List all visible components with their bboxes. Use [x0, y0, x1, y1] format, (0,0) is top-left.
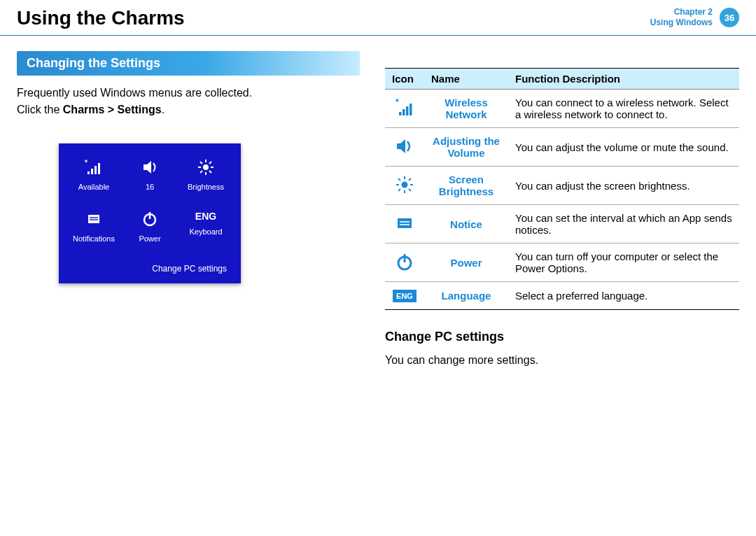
svg-text:*: *: [85, 159, 88, 167]
wifi-signal-icon: *: [393, 99, 416, 117]
svg-line-32: [409, 189, 411, 191]
svg-marker-25: [397, 139, 405, 153]
language-code-icon: ENG: [179, 211, 232, 222]
page-number-badge: 36: [720, 8, 739, 27]
svg-rect-24: [410, 104, 412, 115]
charms-settings-path: Charms > Settings: [63, 104, 162, 115]
tile-power[interactable]: Power: [123, 211, 176, 243]
brightness-icon: [195, 159, 216, 176]
table-row: Power You can turn off your computer or …: [385, 244, 739, 282]
notifications-icon: [83, 211, 104, 227]
svg-rect-35: [398, 218, 412, 228]
th-desc: Function Description: [508, 69, 739, 90]
intro-text-1: Frequently used Windows menus are collec…: [17, 85, 360, 101]
svg-line-31: [398, 178, 400, 181]
svg-rect-1: [88, 171, 90, 174]
svg-point-26: [402, 181, 408, 188]
chapter-line-2: Using Windows: [650, 17, 713, 28]
page-header: Using the Charms Chapter 2 Using Windows…: [0, 0, 756, 36]
svg-line-13: [209, 162, 211, 164]
desc-cell: You can turn off your computer or select…: [508, 244, 739, 282]
chapter-line-1: Chapter 2: [650, 7, 713, 17]
table-row: Screen Brightness You can adjust the scr…: [385, 167, 739, 205]
desc-cell: You can adjust the screen brightness.: [508, 167, 739, 205]
change-pc-settings-link[interactable]: Change PC settings: [67, 264, 232, 274]
intro-text-2: Click the Charms > Settings.: [17, 102, 360, 118]
tile-wifi[interactable]: * Available: [67, 159, 120, 191]
section-heading: Changing the Settings: [17, 51, 360, 76]
svg-line-34: [398, 189, 400, 191]
svg-line-33: [409, 178, 411, 181]
tile-keyboard[interactable]: ENG Keyboard: [179, 211, 232, 243]
subsection-text: You can change more settings.: [385, 353, 739, 368]
svg-rect-15: [88, 215, 99, 223]
tile-volume[interactable]: 16: [123, 159, 176, 191]
desc-cell: Select a preferred language.: [508, 282, 739, 310]
subsection-heading: Change PC settings: [385, 330, 739, 344]
svg-rect-22: [402, 109, 405, 115]
tile-notifications[interactable]: Notifications: [67, 211, 120, 243]
svg-marker-5: [144, 161, 151, 174]
chapter-indicator: Chapter 2 Using Windows 36: [650, 7, 739, 28]
power-icon: [139, 211, 160, 227]
svg-rect-21: [399, 112, 402, 115]
svg-text:*: *: [396, 99, 399, 107]
svg-line-12: [209, 171, 211, 173]
wifi-signal-icon: *: [83, 159, 104, 176]
th-icon: Icon: [385, 69, 424, 90]
desc-cell: You can connect to a wireless network. S…: [508, 90, 739, 128]
language-chip-icon: ENG: [393, 290, 416, 302]
svg-rect-3: [94, 166, 97, 174]
svg-point-6: [203, 164, 209, 170]
charms-settings-panel: * Available 16: [59, 143, 241, 283]
settings-table: Icon Name Function Description *: [385, 68, 739, 310]
desc-cell: You can set the interval at which an App…: [508, 205, 739, 244]
speaker-icon: [139, 159, 160, 176]
desc-cell: You can adjust the volume or mute the so…: [508, 128, 739, 167]
tile-brightness[interactable]: Brightness: [179, 159, 232, 191]
svg-line-14: [200, 171, 202, 173]
table-row: Notice You can set the interval at which…: [385, 205, 739, 244]
brightness-icon: [393, 176, 416, 194]
svg-rect-4: [98, 163, 100, 174]
speaker-icon: [393, 137, 416, 155]
th-name: Name: [424, 69, 508, 90]
power-icon: [393, 252, 416, 271]
table-row: ENG Language Select a preferred language…: [385, 282, 739, 310]
table-row: * Wireless Network You can connect to a …: [385, 90, 739, 128]
svg-rect-23: [406, 106, 409, 115]
svg-line-11: [200, 162, 202, 164]
page-title: Using the Charms: [17, 7, 185, 29]
table-row: Adjusting the Volume You can adjust the …: [385, 128, 739, 167]
svg-rect-2: [91, 169, 93, 174]
notifications-icon: [393, 216, 416, 231]
